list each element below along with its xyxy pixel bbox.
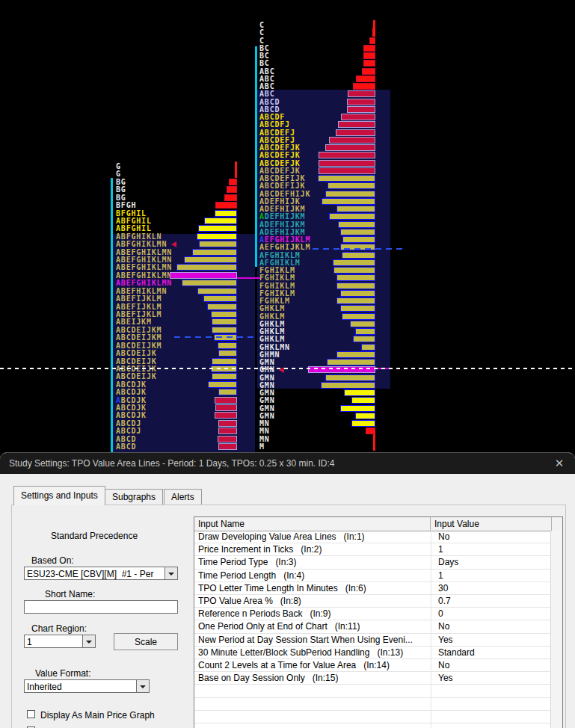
tpo-bar <box>351 420 375 427</box>
tpo-bar <box>340 305 375 312</box>
input-name-cell: TPO Letter Time Length In Minutes (In:6) <box>198 583 428 593</box>
tab-subgraphs[interactable]: Subgraphs <box>105 489 163 505</box>
table-row[interactable]: TPO Letter Time Length In Minutes (In:6)… <box>194 582 552 595</box>
tab-alerts[interactable]: Alerts <box>164 489 202 505</box>
tab-settings-and-inputs[interactable]: Settings and Inputs <box>13 486 105 505</box>
poc-extension-line <box>237 277 260 279</box>
input-name-cell: Base on Day Session Only (In:15) <box>198 673 428 683</box>
input-value-cell: No <box>438 660 550 670</box>
table-row[interactable]: One Period Only at End of Chart (In:11)N… <box>194 620 552 633</box>
tpo-bar <box>325 374 375 381</box>
tpo-bar <box>373 442 375 451</box>
value-area-line <box>111 178 113 452</box>
chevron-down-icon[interactable] <box>136 680 149 692</box>
input-value-cell: Yes <box>438 635 550 645</box>
tpo-bar <box>355 328 375 335</box>
chart-region-select[interactable]: 1 <box>24 635 96 648</box>
tpo-bar <box>336 283 375 289</box>
tpo-bar <box>322 198 375 205</box>
tpo-bar <box>340 405 375 412</box>
table-row[interactable]: Draw Developing Value Area Lines (In:1)N… <box>194 531 552 543</box>
chart-region-value: 1 <box>27 637 82 647</box>
tpo-bar <box>342 236 375 243</box>
scale-button[interactable]: Scale <box>114 633 178 650</box>
input-value-cell: 1 <box>438 570 550 581</box>
input-name-cell: Time Period Length (In:4) <box>198 570 428 581</box>
tpo-bar <box>318 175 375 182</box>
table-row[interactable]: New Period at Day Session Start When Usi… <box>194 634 552 647</box>
value-format-select[interactable]: Inherited <box>24 679 150 693</box>
tpo-bar <box>355 413 375 419</box>
tpo-bar <box>363 52 375 59</box>
tpo-bar <box>372 28 375 37</box>
tpo-bar <box>328 182 375 189</box>
table-row[interactable] <box>194 724 552 728</box>
input-value-cell: 0 <box>438 608 550 619</box>
tpo-bar <box>342 252 375 259</box>
tpo-bar <box>336 274 375 281</box>
input-name-cell: Reference n Periods Back (In:9) <box>198 608 428 619</box>
table-row[interactable]: 30 Minute Letter/Block SubPeriod Handlin… <box>194 647 552 659</box>
table-row[interactable]: Count 2 Levels at a Time for Value Area … <box>194 659 552 672</box>
table-row[interactable]: Base on Day Session Only (In:15)Yes <box>194 672 552 685</box>
display-as-main-price-graph-label: Display As Main Price Graph <box>40 710 155 721</box>
input-value-cell: 0.7 <box>438 596 550 606</box>
tpo-bar <box>336 351 375 358</box>
tpo-bar <box>338 221 375 228</box>
value-format-label: Value Format: <box>35 668 90 679</box>
close-icon[interactable]: ✕ <box>551 456 568 471</box>
dialog-title: Study Settings: TPO Value Area Lines - P… <box>9 458 335 469</box>
tpo-bar <box>351 397 375 404</box>
chart-region-label: Chart Region: <box>31 623 87 634</box>
based-on-select[interactable]: ESU23-CME [CBV][M] #1 - Per <box>24 567 178 580</box>
dialog-title-bar: Study Settings: TPO Value Area Lines - P… <box>0 453 575 474</box>
table-row[interactable]: Price Increment in Ticks (In:2)1 <box>194 543 552 556</box>
tpo-bar <box>325 144 375 151</box>
value-area-dashed-line <box>313 248 402 250</box>
tpo-bar <box>344 389 375 396</box>
input-name-cell: TPO Value Area % (In:8) <box>198 596 428 606</box>
tpo-bar <box>338 121 375 128</box>
tpo-bar <box>342 313 375 320</box>
tpo-bar <box>362 68 375 75</box>
input-value-cell: Days <box>438 557 550 567</box>
input-value-cell: 1 <box>438 544 550 555</box>
tpo-bar <box>321 382 375 389</box>
table-scroll-strip[interactable] <box>550 531 562 728</box>
tpo-profile-chart: GGBGBGBGBFGHBFGHILABFGHILABFGHILABFGHIKL… <box>0 0 575 452</box>
tpo-bar <box>319 167 375 174</box>
input-name-cell: New Period at Day Session Start When Usi… <box>198 635 428 645</box>
tpo-bar <box>363 45 375 52</box>
based-on-value: ESU23-CME [CBV][M] #1 - Per <box>27 569 164 579</box>
input-name-header[interactable]: Input Name <box>194 517 431 531</box>
input-name-cell: Draw Developing Value Area Lines (In:1) <box>198 531 428 542</box>
precedence-label: Standard Precedence <box>51 531 138 541</box>
inputs-table: Input Name Input Value Draw Developing V… <box>194 516 563 728</box>
study-settings-dialog: Study Settings: TPO Value Area Lines - P… <box>0 452 575 728</box>
input-value-cell: Standard <box>438 647 550 658</box>
input-name-cell: Time Period Type (In:3) <box>198 557 428 567</box>
tpo-bar <box>319 160 375 167</box>
tpo-bar <box>341 114 375 120</box>
table-row[interactable] <box>194 698 552 711</box>
table-row[interactable] <box>194 711 552 724</box>
table-row[interactable]: Time Period Length (In:4)1 <box>194 570 552 582</box>
tpo-bar <box>356 75 375 82</box>
table-row[interactable]: TPO Value Area % (In:8)0.7 <box>194 595 552 608</box>
table-row[interactable] <box>194 685 552 697</box>
short-name-input[interactable] <box>24 600 178 614</box>
column-separator <box>431 531 431 728</box>
value-area-line <box>255 46 257 267</box>
tpo-bar <box>327 359 375 365</box>
table-row[interactable]: Time Period Type (In:3)Days <box>194 556 552 569</box>
based-on-label: Based On: <box>31 555 74 566</box>
chevron-down-icon[interactable] <box>82 635 95 647</box>
display-as-main-price-graph-checkbox[interactable] <box>27 710 35 718</box>
input-value-cell: Yes <box>438 673 550 683</box>
tpo-bar <box>319 152 375 158</box>
chevron-down-icon[interactable] <box>164 567 177 579</box>
inputs-table-header: Input Name Input Value <box>194 517 562 531</box>
input-name-cell: One Period Only at End of Chart (In:11) <box>198 621 428 632</box>
input-value-header[interactable]: Input Value <box>431 517 552 531</box>
table-row[interactable]: Reference n Periods Back (In:9)0 <box>194 608 552 620</box>
